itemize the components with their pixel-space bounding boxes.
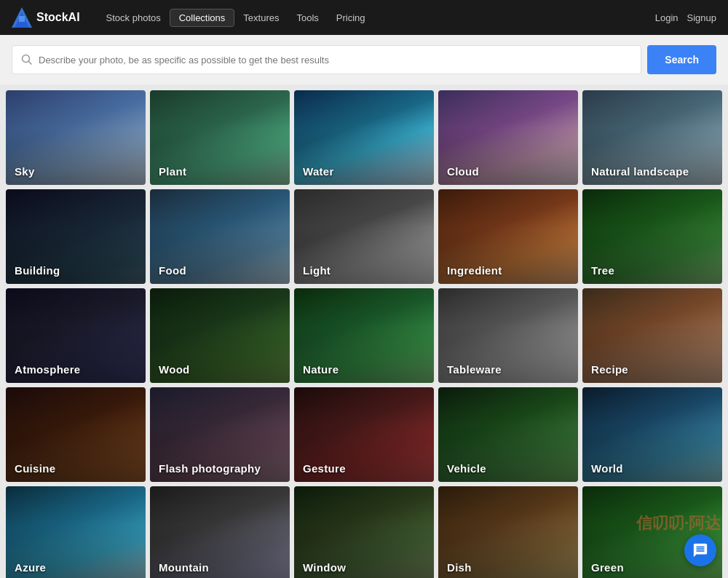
category-label-flash-photography: Flash photography (150, 387, 290, 482)
category-tile-azure[interactable]: Azure (6, 486, 146, 578)
category-tile-water[interactable]: Water (294, 90, 434, 185)
category-label-atmosphere: Atmosphere (6, 288, 146, 383)
category-text-building: Building (15, 264, 60, 277)
category-text-natural-landscape: Natural landscape (591, 165, 689, 178)
navbar: StockAI Stock photosCollectionsTexturesT… (0, 0, 728, 35)
logo[interactable]: StockAI (12, 7, 80, 28)
nav-links: Stock photosCollectionsTexturesToolsPric… (98, 9, 655, 27)
category-label-tree: Tree (582, 189, 722, 284)
nav-link-pricing[interactable]: Pricing (328, 9, 374, 26)
logo-icon (12, 7, 32, 28)
chat-icon (692, 542, 708, 558)
category-text-water: Water (303, 165, 334, 178)
category-tile-building[interactable]: Building (6, 189, 146, 284)
svg-rect-2 (19, 16, 25, 22)
category-tile-natural-landscape[interactable]: Natural landscape (582, 90, 722, 185)
search-bar: Search (0, 35, 728, 84)
category-label-natural-landscape: Natural landscape (582, 90, 722, 185)
category-text-gesture: Gesture (303, 462, 346, 475)
search-input[interactable] (39, 55, 632, 66)
category-text-food: Food (159, 264, 186, 277)
category-tile-tree[interactable]: Tree (582, 189, 722, 284)
search-button[interactable]: Search (647, 45, 716, 74)
category-label-light: Light (294, 189, 434, 284)
category-text-light: Light (303, 264, 331, 277)
svg-line-4 (29, 62, 32, 65)
login-button[interactable]: Login (655, 12, 678, 23)
chat-bubble-button[interactable] (684, 534, 716, 566)
category-text-window: Window (303, 561, 346, 574)
category-label-building: Building (6, 189, 146, 284)
category-tile-cloud[interactable]: Cloud (438, 90, 578, 185)
signup-button[interactable]: Signup (687, 12, 716, 23)
category-tile-sky[interactable]: Sky (6, 90, 146, 185)
logo-text: StockAI (36, 11, 80, 24)
category-label-window: Window (294, 486, 434, 578)
category-grid: SkyPlantWaterCloudNatural landscapeBuild… (0, 84, 728, 578)
category-tile-nature[interactable]: Nature (294, 288, 434, 383)
search-icon (21, 54, 33, 66)
category-text-atmosphere: Atmosphere (15, 363, 81, 376)
category-text-ingredient: Ingredient (447, 264, 502, 277)
category-tile-recipe[interactable]: Recipe (582, 288, 722, 383)
category-text-azure: Azure (15, 561, 46, 574)
category-tile-window[interactable]: Window (294, 486, 434, 578)
category-text-green: Green (591, 561, 624, 574)
category-label-tableware: Tableware (438, 288, 578, 383)
category-tile-world[interactable]: World (582, 387, 722, 482)
category-tile-ingredient[interactable]: Ingredient (438, 189, 578, 284)
nav-link-collections[interactable]: Collections (170, 9, 235, 27)
category-label-sky: Sky (6, 90, 146, 185)
category-label-vehicle: Vehicle (438, 387, 578, 482)
category-tile-wood[interactable]: Wood (150, 288, 290, 383)
category-text-recipe: Recipe (591, 363, 628, 376)
nav-link-textures[interactable]: Textures (234, 9, 288, 26)
category-text-flash-photography: Flash photography (159, 462, 261, 475)
category-label-wood: Wood (150, 288, 290, 383)
category-label-world: World (582, 387, 722, 482)
category-tile-cuisine[interactable]: Cuisine (6, 387, 146, 482)
category-tile-dish[interactable]: Dish (438, 486, 578, 578)
category-label-cuisine: Cuisine (6, 387, 146, 482)
nav-link-tools[interactable]: Tools (288, 9, 327, 26)
category-text-sky: Sky (15, 165, 35, 178)
category-text-plant: Plant (159, 165, 186, 178)
category-label-mountain: Mountain (150, 486, 290, 578)
category-text-nature: Nature (303, 363, 339, 376)
category-text-wood: Wood (159, 363, 190, 376)
category-label-azure: Azure (6, 486, 146, 578)
category-tile-vehicle[interactable]: Vehicle (438, 387, 578, 482)
category-label-gesture: Gesture (294, 387, 434, 482)
nav-link-stock-photos[interactable]: Stock photos (98, 9, 170, 26)
category-text-dish: Dish (447, 561, 472, 574)
nav-right: Login Signup (655, 12, 716, 23)
category-label-cloud: Cloud (438, 90, 578, 185)
category-tile-flash-photography[interactable]: Flash photography (150, 387, 290, 482)
category-label-nature: Nature (294, 288, 434, 383)
category-tile-plant[interactable]: Plant (150, 90, 290, 185)
category-text-tree: Tree (591, 264, 614, 277)
category-tile-atmosphere[interactable]: Atmosphere (6, 288, 146, 383)
category-label-recipe: Recipe (582, 288, 722, 383)
category-tile-food[interactable]: Food (150, 189, 290, 284)
category-tile-mountain[interactable]: Mountain (150, 486, 290, 578)
category-text-world: World (591, 462, 623, 475)
category-label-plant: Plant (150, 90, 290, 185)
category-text-vehicle: Vehicle (447, 462, 486, 475)
category-text-cuisine: Cuisine (15, 462, 55, 475)
category-tile-light[interactable]: Light (294, 189, 434, 284)
category-label-dish: Dish (438, 486, 578, 578)
category-tile-gesture[interactable]: Gesture (294, 387, 434, 482)
search-input-wrap (12, 45, 641, 74)
category-text-cloud: Cloud (447, 165, 479, 178)
category-text-mountain: Mountain (159, 561, 209, 574)
category-label-ingredient: Ingredient (438, 189, 578, 284)
category-tile-tableware[interactable]: Tableware (438, 288, 578, 383)
category-label-water: Water (294, 90, 434, 185)
category-label-food: Food (150, 189, 290, 284)
category-text-tableware: Tableware (447, 363, 502, 376)
